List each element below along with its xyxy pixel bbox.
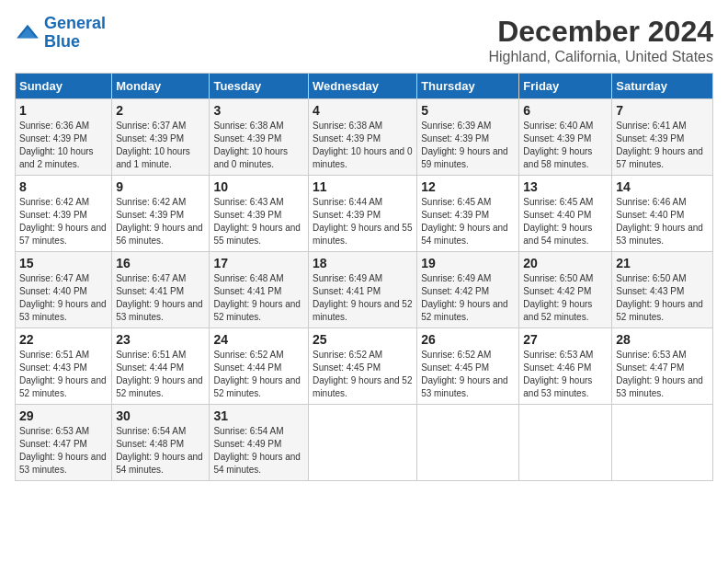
week-row-3: 15Sunrise: 6:47 AMSunset: 4:40 PMDayligh… [16,252,713,328]
day-number: 18 [313,256,413,270]
day-info: Sunrise: 6:51 AMSunset: 4:43 PMDaylight:… [19,349,108,400]
day-number: 7 [616,103,709,118]
logo-text: General Blue [44,15,106,52]
day-number: 20 [523,256,608,270]
calendar-cell: 6Sunrise: 6:40 AMSunset: 4:39 PMDaylight… [519,99,612,176]
day-info: Sunrise: 6:38 AMSunset: 4:39 PMDaylight:… [213,120,304,171]
day-info: Sunrise: 6:53 AMSunset: 4:47 PMDaylight:… [616,349,709,400]
calendar-cell: 13Sunrise: 6:45 AMSunset: 4:40 PMDayligh… [519,176,612,252]
calendar-cell: 16Sunrise: 6:47 AMSunset: 4:41 PMDayligh… [112,252,210,328]
day-number: 5 [421,103,515,118]
weekday-header-row: SundayMondayTuesdayWednesdayThursdayFrid… [16,74,713,99]
day-info: Sunrise: 6:52 AMSunset: 4:45 PMDaylight:… [421,349,515,400]
calendar-cell: 17Sunrise: 6:48 AMSunset: 4:41 PMDayligh… [210,252,309,328]
calendar-cell: 2Sunrise: 6:37 AMSunset: 4:39 PMDaylight… [112,99,210,176]
calendar-cell: 22Sunrise: 6:51 AMSunset: 4:43 PMDayligh… [16,328,112,405]
calendar-cell: 10Sunrise: 6:43 AMSunset: 4:39 PMDayligh… [210,176,309,252]
calendar-subtitle: Highland, California, United States [488,49,713,65]
calendar-cell: 28Sunrise: 6:53 AMSunset: 4:47 PMDayligh… [612,328,713,405]
day-info: Sunrise: 6:39 AMSunset: 4:39 PMDaylight:… [421,120,515,171]
day-number: 2 [116,103,205,118]
weekday-header-monday: Monday [112,74,210,99]
calendar-cell: 30Sunrise: 6:54 AMSunset: 4:48 PMDayligh… [112,405,210,481]
page-header: General Blue December 2024 Highland, Cal… [15,15,713,65]
calendar-cell: 8Sunrise: 6:42 AMSunset: 4:39 PMDaylight… [16,176,112,252]
day-number: 21 [616,256,709,270]
day-info: Sunrise: 6:41 AMSunset: 4:39 PMDaylight:… [616,120,709,171]
day-info: Sunrise: 6:38 AMSunset: 4:39 PMDaylight:… [313,120,413,171]
day-number: 1 [19,103,108,118]
calendar-cell: 20Sunrise: 6:50 AMSunset: 4:42 PMDayligh… [519,252,612,328]
day-info: Sunrise: 6:54 AMSunset: 4:48 PMDaylight:… [116,425,205,477]
day-info: Sunrise: 6:52 AMSunset: 4:44 PMDaylight:… [213,349,304,400]
day-info: Sunrise: 6:53 AMSunset: 4:46 PMDaylight:… [523,349,608,400]
day-info: Sunrise: 6:45 AMSunset: 4:39 PMDaylight:… [421,196,515,247]
day-number: 25 [313,332,413,347]
day-number: 17 [213,256,304,270]
week-row-5: 29Sunrise: 6:53 AMSunset: 4:47 PMDayligh… [16,405,713,481]
day-info: Sunrise: 6:45 AMSunset: 4:40 PMDaylight:… [523,196,608,247]
calendar-cell: 27Sunrise: 6:53 AMSunset: 4:46 PMDayligh… [519,328,612,405]
day-info: Sunrise: 6:47 AMSunset: 4:40 PMDaylight:… [19,272,108,324]
day-info: Sunrise: 6:51 AMSunset: 4:44 PMDaylight:… [116,349,205,400]
day-info: Sunrise: 6:49 AMSunset: 4:41 PMDaylight:… [313,272,413,324]
day-number: 28 [616,332,709,347]
day-number: 6 [523,103,608,118]
day-number: 11 [313,179,413,194]
calendar-cell: 3Sunrise: 6:38 AMSunset: 4:39 PMDaylight… [210,99,309,176]
week-row-2: 8Sunrise: 6:42 AMSunset: 4:39 PMDaylight… [16,176,713,252]
weekday-header-sunday: Sunday [16,74,112,99]
title-area: December 2024 Highland, California, Unit… [488,15,713,65]
day-number: 29 [19,408,108,423]
calendar-cell [519,405,612,481]
day-info: Sunrise: 6:36 AMSunset: 4:39 PMDaylight:… [19,120,108,171]
day-number: 9 [116,179,205,194]
calendar-cell: 14Sunrise: 6:46 AMSunset: 4:40 PMDayligh… [612,176,713,252]
logo-icon [15,23,40,43]
calendar-cell: 4Sunrise: 6:38 AMSunset: 4:39 PMDaylight… [309,99,417,176]
calendar-cell: 29Sunrise: 6:53 AMSunset: 4:47 PMDayligh… [16,405,112,481]
day-number: 13 [523,179,608,194]
weekday-header-wednesday: Wednesday [309,74,417,99]
week-row-4: 22Sunrise: 6:51 AMSunset: 4:43 PMDayligh… [16,328,713,405]
day-info: Sunrise: 6:49 AMSunset: 4:42 PMDaylight:… [421,272,515,324]
day-info: Sunrise: 6:40 AMSunset: 4:39 PMDaylight:… [523,120,608,171]
calendar-cell [612,405,713,481]
day-number: 19 [421,256,515,270]
day-info: Sunrise: 6:44 AMSunset: 4:39 PMDaylight:… [313,196,413,247]
day-number: 26 [421,332,515,347]
calendar-cell: 19Sunrise: 6:49 AMSunset: 4:42 PMDayligh… [417,252,519,328]
day-number: 16 [116,256,205,270]
calendar-cell: 18Sunrise: 6:49 AMSunset: 4:41 PMDayligh… [309,252,417,328]
calendar-cell: 15Sunrise: 6:47 AMSunset: 4:40 PMDayligh… [16,252,112,328]
day-info: Sunrise: 6:42 AMSunset: 4:39 PMDaylight:… [19,196,108,247]
day-info: Sunrise: 6:48 AMSunset: 4:41 PMDaylight:… [213,272,304,324]
calendar-cell: 24Sunrise: 6:52 AMSunset: 4:44 PMDayligh… [210,328,309,405]
day-number: 27 [523,332,608,347]
day-info: Sunrise: 6:50 AMSunset: 4:43 PMDaylight:… [616,272,709,324]
day-number: 3 [213,103,304,118]
logo-line1: General [44,14,106,32]
weekday-header-saturday: Saturday [612,74,713,99]
calendar-cell: 11Sunrise: 6:44 AMSunset: 4:39 PMDayligh… [309,176,417,252]
calendar-cell: 9Sunrise: 6:42 AMSunset: 4:39 PMDaylight… [112,176,210,252]
logo: General Blue [15,15,106,52]
day-number: 22 [19,332,108,347]
calendar-cell: 25Sunrise: 6:52 AMSunset: 4:45 PMDayligh… [309,328,417,405]
day-info: Sunrise: 6:52 AMSunset: 4:45 PMDaylight:… [313,349,413,400]
day-info: Sunrise: 6:37 AMSunset: 4:39 PMDaylight:… [116,120,205,171]
calendar-table: SundayMondayTuesdayWednesdayThursdayFrid… [15,73,713,481]
calendar-cell [309,405,417,481]
day-number: 12 [421,179,515,194]
day-number: 31 [213,408,304,423]
calendar-cell: 7Sunrise: 6:41 AMSunset: 4:39 PMDaylight… [612,99,713,176]
week-row-1: 1Sunrise: 6:36 AMSunset: 4:39 PMDaylight… [16,99,713,176]
calendar-cell: 21Sunrise: 6:50 AMSunset: 4:43 PMDayligh… [612,252,713,328]
calendar-cell: 23Sunrise: 6:51 AMSunset: 4:44 PMDayligh… [112,328,210,405]
day-number: 30 [116,408,205,423]
calendar-cell: 1Sunrise: 6:36 AMSunset: 4:39 PMDaylight… [16,99,112,176]
day-info: Sunrise: 6:42 AMSunset: 4:39 PMDaylight:… [116,196,205,247]
day-info: Sunrise: 6:46 AMSunset: 4:40 PMDaylight:… [616,196,709,247]
weekday-header-thursday: Thursday [417,74,519,99]
calendar-cell: 5Sunrise: 6:39 AMSunset: 4:39 PMDaylight… [417,99,519,176]
